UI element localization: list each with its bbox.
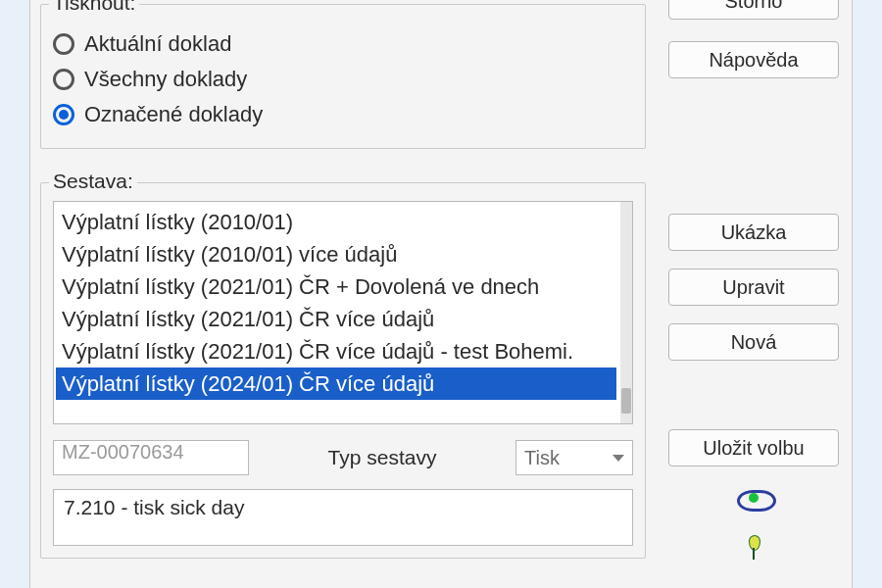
radio-label: Označené doklady (84, 102, 263, 127)
edit-button[interactable]: Upravit (668, 269, 839, 306)
report-type-select[interactable]: Tisk (515, 440, 633, 475)
eye-icon (737, 487, 770, 509)
list-item[interactable]: Výplatní lístky (2024/01) ČR více údajů (56, 368, 616, 400)
radio-icon (53, 33, 74, 55)
radio-option-marked[interactable]: Označené doklady (53, 97, 633, 132)
storno-button[interactable]: Storno (668, 0, 839, 20)
report-listbox[interactable]: Výplatní lístky (2010/01) Výplatní lístk… (53, 201, 633, 424)
list-item[interactable]: Výplatní lístky (2010/01) více údajů (56, 238, 616, 270)
scrollbar-vertical[interactable] (620, 202, 632, 423)
report-type-value: Tisk (524, 447, 605, 469)
dialog-window: Tisknout: Aktuální doklad Všechny doklad… (29, 0, 853, 588)
watch-button[interactable] (668, 480, 839, 515)
new-button[interactable]: Nová (668, 323, 839, 361)
print-groupbox: Tisknout: Aktuální doklad Všechny doklad… (40, 4, 646, 149)
radio-option-current[interactable]: Aktuální doklad (53, 26, 633, 62)
list-item[interactable]: Výplatní lístky (2021/01) ČR více údajů … (56, 335, 616, 368)
scrollbar-thumb[interactable] (621, 388, 631, 414)
main-column: Tisknout: Aktuální doklad Všechny doklad… (40, 0, 646, 588)
report-listbox-inner: Výplatní lístky (2010/01) Výplatní lístk… (54, 202, 618, 423)
report-meta-row: MZ-00070634 Typ sestavy Tisk (53, 440, 633, 475)
report-code-field[interactable]: MZ-00070634 (53, 440, 249, 475)
radio-option-all[interactable]: Všechny doklady (53, 62, 633, 97)
chevron-down-icon (612, 455, 624, 462)
spacer (661, 78, 847, 214)
radio-label: Všechny doklady (84, 67, 247, 92)
list-item[interactable]: Výplatní lístky (2021/01) ČR více údajů (56, 303, 616, 335)
report-description: 7.210 - tisk sick day (53, 489, 633, 546)
report-groupbox: Sestava: Výplatní lístky (2010/01) Výpla… (40, 182, 646, 559)
save-choice-button[interactable]: Uložit volbu (668, 429, 839, 466)
radio-icon (53, 104, 74, 125)
radio-icon (53, 69, 74, 90)
pin-icon (748, 535, 760, 559)
help-button[interactable]: Nápověda (668, 41, 839, 78)
sidebar: Storno Nápověda Ukázka Upravit Nová Ulož… (661, 0, 847, 588)
list-item[interactable]: Výplatní lístky (2010/01) (56, 206, 616, 238)
spacer (661, 361, 847, 429)
preview-button[interactable]: Ukázka (668, 214, 839, 251)
radio-label: Aktuální doklad (84, 31, 231, 57)
print-legend: Tisknout: (49, 0, 139, 15)
report-legend: Sestava: (49, 170, 137, 193)
report-type-label: Typ sestavy (259, 446, 506, 469)
pin-button[interactable] (668, 529, 839, 564)
list-item[interactable]: Výplatní lístky (2021/01) ČR + Dovolená … (56, 270, 616, 303)
